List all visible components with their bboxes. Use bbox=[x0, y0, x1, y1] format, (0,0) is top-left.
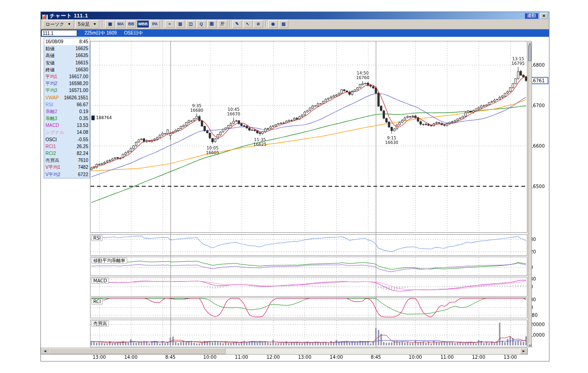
info-label: 乖離3 bbox=[45, 115, 57, 121]
toolbar: ローソク ▼ 5分足 ▼ ▦MABBMBBPA≈▥◫Q圏斤✎↖⊘◉▨ bbox=[41, 19, 549, 29]
bar-time: 8:45 bbox=[79, 39, 88, 45]
info-value: 16615 bbox=[75, 60, 88, 66]
info-value: 16571.00 bbox=[69, 87, 88, 93]
info-label: 平均1 bbox=[45, 74, 57, 80]
horizontal-scrollbar-thumb[interactable] bbox=[49, 348, 226, 354]
info-row-vma1: V平均17482 bbox=[44, 164, 90, 171]
info-row-ma2: 平均216598.20 bbox=[44, 80, 90, 87]
info-value: 82.24 bbox=[77, 150, 88, 156]
chart-vertical-scrollbar[interactable]: ▲ ▼ bbox=[528, 41, 532, 347]
pa-overlay-button[interactable]: PA bbox=[150, 20, 160, 28]
info-value: 13.53 bbox=[77, 122, 88, 128]
scroll-up-icon[interactable]: ▲ bbox=[528, 41, 531, 45]
info-value: 16630 bbox=[75, 67, 88, 73]
info-value: 16626.1551 bbox=[64, 95, 88, 101]
info-label: RCI1 bbox=[45, 143, 56, 149]
info-value: 16625 bbox=[75, 46, 88, 52]
info-value: 7610 bbox=[78, 157, 88, 163]
info-value: 16598.20 bbox=[69, 80, 88, 86]
toolbar-separator bbox=[102, 21, 102, 28]
info-row-dev3: 乖離30.35 bbox=[44, 115, 90, 122]
info-value: -0.55 bbox=[78, 137, 88, 143]
info-row-volume: 売買高7610 bbox=[44, 157, 90, 164]
scroll-left-icon[interactable]: ◄ bbox=[41, 348, 49, 354]
scroll-down-icon[interactable]: ▼ bbox=[528, 343, 531, 347]
zoom-chart-icon[interactable]: Q bbox=[197, 20, 206, 28]
chart-window: チャート 111.1 連動 × ローソク ▼ 5分足 ▼ ▦MABBMBBPA≈… bbox=[40, 11, 549, 362]
info-row-dev2: 乖離20.19 bbox=[44, 108, 90, 115]
info-label: 平均2 bbox=[45, 80, 57, 86]
range-select-icon[interactable]: 圏 bbox=[207, 20, 217, 28]
info-label: RCI2 bbox=[45, 150, 56, 156]
info-label: 乖離2 bbox=[45, 109, 57, 115]
window-title: チャート 111.1 bbox=[50, 12, 88, 19]
chart-body: 16/08/09 8:45 始値16625高値16635安値16615終値166… bbox=[41, 37, 549, 361]
info-row-datetime: 16/08/09 8:45 bbox=[44, 38, 90, 45]
info-label: 終値 bbox=[45, 67, 55, 73]
info-row-rsi: RSI66.67 bbox=[44, 101, 90, 108]
info-row-rci2: RCI282.24 bbox=[44, 150, 90, 157]
draw-line-icon[interactable]: ✎ bbox=[232, 20, 242, 28]
timeframe-label: 5分足 bbox=[78, 21, 90, 28]
bb-overlay-button[interactable]: BB bbox=[126, 20, 136, 28]
measure-icon[interactable]: 斤 bbox=[218, 20, 227, 28]
bar-chart-icon[interactable]: ▥ bbox=[175, 20, 185, 28]
line-chart-icon[interactable]: ≈ bbox=[165, 20, 175, 28]
horizontal-scrollbar-track[interactable] bbox=[49, 348, 520, 354]
info-value: 6722 bbox=[78, 172, 88, 178]
info-value: 16635 bbox=[75, 52, 88, 58]
info-row-low: 安値16615 bbox=[44, 59, 90, 66]
info-label: RSI bbox=[45, 102, 53, 108]
info-value: 14.08 bbox=[77, 129, 88, 135]
search-icon[interactable]: ◉ bbox=[268, 20, 278, 28]
info-row-signal: シグナル14.08 bbox=[44, 129, 90, 136]
info-row-close: 終値16630 bbox=[44, 66, 90, 73]
market-label: OSE日中 bbox=[124, 30, 143, 36]
scroll-right-icon[interactable]: ► bbox=[520, 348, 527, 354]
timeframe-dropdown[interactable]: 5分足 ▼ bbox=[75, 20, 99, 29]
info-row-osci: OSCI-0.55 bbox=[44, 136, 90, 143]
info-row-ma1: 平均116617.00 bbox=[44, 73, 90, 80]
toolbar-separator bbox=[162, 21, 163, 28]
info-row-vma2: V平均26722 bbox=[44, 171, 90, 178]
link-button[interactable]: 連動 bbox=[525, 13, 538, 19]
info-label: 高値 bbox=[45, 52, 55, 58]
close-icon[interactable]: × bbox=[540, 13, 548, 19]
info-value: 0.35 bbox=[79, 115, 88, 121]
chart-style-icon[interactable]: ▦ bbox=[105, 20, 115, 28]
info-row-ma3: 平均316571.00 bbox=[44, 87, 90, 94]
info-value: 66.67 bbox=[77, 102, 88, 108]
quote-info-panel: 16/08/09 8:45 始値16625高値16635安値16615終値166… bbox=[44, 38, 90, 178]
chart-canvas[interactable] bbox=[90, 37, 549, 361]
chart-type-label: ローソク bbox=[45, 21, 64, 28]
info-value: 26.25 bbox=[77, 143, 88, 149]
chart-horizontal-scrollbar[interactable]: ◄ ► bbox=[41, 348, 528, 355]
info-label: VWAP bbox=[45, 95, 59, 101]
mbb-overlay-button[interactable]: MBB bbox=[137, 20, 149, 28]
vertical-scrollbar-thumb[interactable] bbox=[528, 46, 531, 61]
title-bar[interactable]: チャート 111.1 連動 × bbox=[41, 12, 549, 19]
info-value: 16617.00 bbox=[69, 74, 88, 80]
eraser-icon[interactable]: ⊘ bbox=[254, 20, 263, 28]
select-cursor-icon[interactable]: ↖ bbox=[243, 20, 253, 28]
toolbar-separator bbox=[230, 21, 230, 28]
info-value: 0.19 bbox=[79, 109, 88, 115]
ma-overlay-button[interactable]: MA bbox=[116, 20, 125, 28]
app-icon bbox=[42, 13, 48, 18]
info-label: 平均3 bbox=[45, 87, 57, 93]
info-value: 7482 bbox=[78, 164, 88, 170]
pattern-icon[interactable]: ▨ bbox=[279, 20, 288, 28]
info-row-macd: MACD13.53 bbox=[44, 122, 90, 129]
bar-date: 16/08/09 bbox=[45, 39, 63, 45]
info-label: OSCI bbox=[45, 137, 57, 143]
info-row-open: 始値16625 bbox=[44, 45, 90, 52]
chart-type-dropdown[interactable]: ローソク ▼ bbox=[43, 20, 74, 29]
info-label: MACD bbox=[45, 122, 59, 128]
info-label: V平均2 bbox=[45, 172, 60, 178]
toolbar-icon-group: ▦MABBMBBPA≈▥◫Q圏斤✎↖⊘◉▨ bbox=[105, 20, 288, 28]
ohlc-chart-icon[interactable]: ◫ bbox=[186, 20, 196, 28]
instrument-bar: 225m日中 1609 OSE日中 bbox=[41, 29, 549, 37]
info-label: 売買高 bbox=[45, 157, 59, 163]
symbol-input[interactable] bbox=[41, 30, 77, 36]
chevron-down-icon: ▼ bbox=[93, 22, 96, 26]
